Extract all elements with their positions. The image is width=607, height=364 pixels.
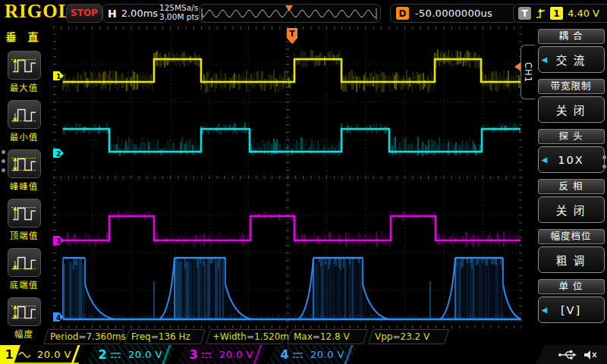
trigger-icon: T (518, 7, 531, 20)
coupling-icon (291, 350, 304, 359)
channel-status[interactable]: 3 20.0 V (176, 345, 267, 364)
menu-group-title: 单 位 (538, 279, 605, 294)
waveform-display[interactable]: 1234T (53, 27, 522, 328)
menu-group-title: 耦 合 (538, 29, 605, 44)
measure-item-button[interactable] (8, 100, 41, 129)
measurement-text: Period=7.360ms (46, 330, 121, 344)
left-menu-item[interactable]: 顶端值 (0, 199, 48, 241)
measurement-text: Freq=136 Hz (127, 330, 203, 344)
measure-item-button[interactable] (8, 297, 41, 326)
waveform-preview-strip[interactable] (199, 4, 381, 23)
page-dot (602, 165, 606, 168)
channel-marker-1: 1 (53, 71, 64, 80)
sample-rate: 125MSa/s (159, 3, 199, 12)
delay-readout[interactable]: D -50.0000000us (390, 4, 517, 23)
channel-scale-value: 20.0 V (310, 349, 344, 360)
left-menu-item-label: 幅度 (0, 328, 48, 340)
menu-group-title: 反 相 (538, 179, 605, 194)
coupling-icon (200, 350, 213, 359)
channel-marker-2: 2 (53, 149, 64, 158)
rising-edge-icon (536, 8, 546, 20)
left-menu-item[interactable]: 峰峰值 (0, 149, 48, 192)
timebase-readout[interactable]: H 2.00ms (102, 4, 168, 23)
measurement-text: Max=12.8 V (290, 330, 365, 344)
delay-icon: D (396, 7, 409, 20)
measure-item-button[interactable] (8, 199, 41, 228)
menu-value-button[interactable]: ◀ 关 闭 (538, 96, 605, 123)
channel-divider (253, 345, 262, 364)
menu-value-text: [V] (561, 304, 581, 316)
svg-text:4: 4 (56, 314, 61, 322)
left-menu-item[interactable]: 底端值 (0, 248, 48, 290)
menu-group: 幅度档位 ◀ 粗 调 (537, 229, 605, 273)
svg-text:3: 3 (56, 237, 61, 245)
timebase-label: H (108, 8, 117, 20)
menu-group: 反 相 ◀ 关 闭 (537, 179, 605, 223)
channel-number: 4 (278, 347, 291, 362)
page-dot (2, 150, 5, 154)
left-menu-item-label: 顶端值 (0, 229, 48, 241)
preview-waveform-icon (200, 5, 379, 22)
measure-item-button[interactable] (8, 149, 41, 178)
memory-depth: 3.00M pts (159, 12, 199, 21)
menu-value-button[interactable]: ◀ 关 闭 (538, 196, 605, 223)
channel-menu-panel: CH1 耦 合 ◀ 交 流 带宽限制 ◀ 关 闭 探 头 ◀ 10X 反 相 ◀… (535, 25, 607, 337)
menu-group-title: 探 头 (538, 129, 605, 144)
left-menu-item-label: 最小值 (0, 130, 48, 143)
channel-marker-3: 3 (53, 236, 64, 245)
measurement-bar: Period=7.360ms Freq=136 Hz +Width=1.520m… (46, 329, 451, 344)
left-menu-item[interactable]: 最小值 (0, 100, 48, 143)
menu-value-button[interactable]: ◀ 交 流 (538, 46, 605, 73)
channel-scale-value: 20.0 V (219, 349, 253, 360)
menu-value-text: 关 闭 (556, 202, 587, 218)
channel-status[interactable]: 1 20.0 V (0, 345, 85, 364)
page-indicator-dots (2, 150, 5, 172)
run-state-badge[interactable]: STOP (66, 4, 102, 23)
measure-item-button[interactable] (8, 248, 41, 277)
menu-value-button[interactable]: ◀ [V] (538, 297, 605, 323)
channel-status[interactable]: 4 20.0 V (267, 345, 358, 364)
measurement-readout: Period=7.360ms (43, 329, 124, 344)
coupling-icon (109, 350, 122, 359)
channel-divider (162, 345, 171, 364)
svg-text:1: 1 (56, 73, 61, 80)
chevron-left-icon: ◀ (542, 55, 549, 64)
rigol-logo: RIGOL (5, 1, 71, 22)
menu-value-text: 关 闭 (556, 102, 587, 118)
measurement-readout: Max=12.8 V (287, 329, 368, 344)
channel-scale-value: 20.0 V (128, 349, 162, 360)
menu-value-text: 10X (558, 154, 583, 166)
left-function-menu: 垂 直 最大值 最小值 峰峰值 顶端值 底端值 幅度 (0, 25, 48, 330)
left-menu-item[interactable]: 最大值 (0, 51, 48, 93)
channel-number: 2 (96, 347, 109, 362)
channel-divider (344, 345, 353, 364)
menu-group-title: 幅度档位 (538, 229, 605, 244)
channel-divider (71, 345, 80, 364)
top-status-bar: RIGOL STOP H 2.00ms 125MSa/s 3.00M pts D… (0, 0, 607, 25)
trigger-readout[interactable]: T 1 4.40 V (513, 4, 607, 23)
svg-text:2: 2 (56, 150, 61, 158)
menu-value-button[interactable]: ◀ 10X (538, 146, 605, 173)
trigger-level-value: 4.40 V (568, 8, 599, 19)
menu-value-text: 粗 调 (556, 252, 587, 268)
measure-icon (10, 104, 39, 125)
channel-tab[interactable]: CH1 (521, 45, 535, 99)
speaker-muted-icon (583, 349, 598, 361)
menu-group: 探 头 ◀ 10X (537, 129, 605, 173)
measurement-readout: Vpp=23.2 V (368, 329, 449, 344)
menu-group: 单 位 ◀ [V] (537, 279, 605, 323)
measure-icon (10, 202, 39, 224)
menu-value-text: 交 流 (556, 52, 587, 67)
acquisition-info: 125MSa/s 3.00M pts (159, 3, 199, 21)
timebase-value: 2.00ms (121, 8, 158, 19)
channel-status[interactable]: 2 20.0 V (85, 345, 176, 364)
left-menu-item[interactable]: 幅度 (0, 297, 48, 340)
measure-item-button[interactable] (8, 51, 41, 80)
menu-group: 带宽限制 ◀ 关 闭 (537, 79, 605, 123)
trigger-source-badge: 1 (550, 7, 563, 20)
menu-value-button[interactable]: ◀ 粗 调 (538, 246, 605, 273)
svg-text:T: T (289, 29, 295, 39)
page-dot (602, 155, 606, 159)
page-dot (2, 159, 5, 163)
usb-icon (558, 349, 577, 361)
